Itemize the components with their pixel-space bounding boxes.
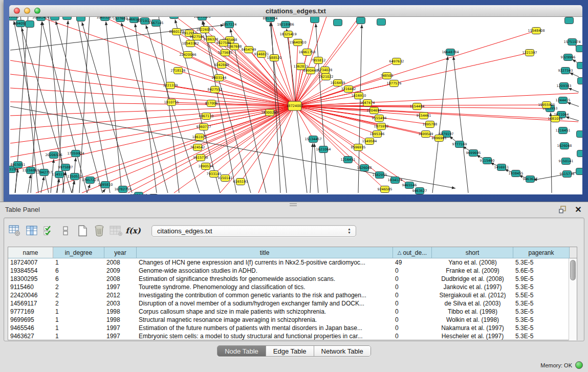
column-header-out_de[interactable]: △out_de... <box>393 247 432 258</box>
network-window-titlebar[interactable]: citations_edges.txt <box>9 5 582 17</box>
cell: Genome-wide association studies in ADHD. <box>137 267 393 275</box>
show-columns-button[interactable] <box>24 223 39 238</box>
graph-node[interactable] <box>334 19 342 26</box>
tab-network-table[interactable]: Network Table <box>314 346 371 356</box>
row-height-button[interactable] <box>58 223 73 238</box>
graph-edge[interactable] <box>90 106 295 180</box>
graph-node[interactable] <box>577 131 583 138</box>
graph-node-label: 22420046 <box>179 53 196 57</box>
cell: 1998 <box>104 308 137 316</box>
table-row[interactable]: 1872400712008Changes of HCN gene express… <box>8 258 577 267</box>
cell: 1 <box>53 258 104 267</box>
graph-edge[interactable] <box>128 106 295 193</box>
graph-edge[interactable] <box>295 106 430 124</box>
column-header-in_degree[interactable]: in_degree <box>53 247 104 258</box>
graph-node[interactable] <box>149 194 158 195</box>
graph-node[interactable] <box>576 46 583 52</box>
cell: 2012 <box>104 291 137 299</box>
graph-node-label: 915532 <box>9 17 19 19</box>
graph-edge[interactable] <box>295 106 313 139</box>
graph-edge[interactable] <box>310 143 313 193</box>
graph-node[interactable] <box>578 78 583 84</box>
graph-node-label: 6734028 <box>318 68 333 72</box>
edge-arrowhead <box>54 20 58 25</box>
graph-node-label: 11548408 <box>528 29 545 33</box>
graph-edge[interactable] <box>77 17 110 193</box>
network-table-select[interactable]: citations_edges.txt ▲▼ <box>151 225 356 237</box>
table-row[interactable]: 1830029562008Estimation of significance … <box>8 275 577 283</box>
table-row[interactable]: 946554611997Estimation of the future num… <box>8 324 577 332</box>
graph-edge[interactable] <box>79 17 90 193</box>
graph-edge[interactable] <box>295 93 578 106</box>
graph-node-label: 1621022 <box>319 75 334 79</box>
graph-node[interactable] <box>377 19 386 26</box>
column-header-short[interactable]: short <box>432 247 513 258</box>
panel-resize-handle[interactable] <box>290 203 297 206</box>
graph-edge[interactable] <box>82 106 295 193</box>
graph-edge[interactable] <box>10 106 295 129</box>
table-row[interactable]: 911546021997Tourette syndrome. Phenomeno… <box>8 283 577 291</box>
column-header-title[interactable]: title <box>137 247 393 258</box>
cell: 5.3E-5 <box>513 258 570 267</box>
graph-edge[interactable] <box>146 25 200 193</box>
cell: Nakamura et al. (1997) <box>432 324 513 332</box>
graph-node-label: 12923446 <box>130 193 147 194</box>
delete-table-button[interactable] <box>92 223 107 238</box>
graph-node-label: 1350513 <box>68 174 82 179</box>
graph-edge[interactable] <box>139 106 295 194</box>
cell: Embryonic stem cells: a model to study s… <box>137 332 393 340</box>
table-scrollbar-thumb[interactable] <box>570 260 576 280</box>
memory-status-icon[interactable] <box>575 361 583 369</box>
graph-node-label: 1034124 <box>388 178 403 182</box>
column-header-pagerank[interactable]: pagerank <box>513 247 570 258</box>
column-header-year[interactable]: year <box>104 247 137 258</box>
close-panel-icon[interactable]: ✕ <box>574 205 583 214</box>
table-panel-body: f(x) citations_edges.txt ▲▼ namein_degre… <box>4 217 584 341</box>
graph-node[interactable] <box>311 17 319 23</box>
graph-edge[interactable] <box>41 17 295 106</box>
graph-node-label: 1810755 <box>164 100 179 104</box>
graph-edge[interactable] <box>295 106 424 116</box>
tab-edge-table[interactable]: Edge Table <box>266 346 314 356</box>
graph-edge[interactable] <box>82 22 132 193</box>
graph-node-label: 9360717 <box>197 125 211 129</box>
table-row[interactable]: 2242004622012Investigating the contribut… <box>8 291 577 299</box>
tab-node-table[interactable]: Node Table <box>217 346 266 356</box>
graph-node[interactable] <box>77 17 85 21</box>
network-canvas[interactable]: 9155321940552069140610653287152760264661… <box>9 17 582 194</box>
graph-node-label: 9329966 <box>561 55 576 59</box>
graph-node[interactable] <box>577 150 583 157</box>
cell: 1 <box>53 332 104 340</box>
cell: 19384554 <box>8 267 53 275</box>
create-table-button[interactable] <box>75 223 90 238</box>
graph-node-label: 1081054 <box>548 117 563 121</box>
graph-node[interactable] <box>63 17 72 20</box>
function-builder-button[interactable]: f(x) <box>125 223 141 238</box>
graph-edge[interactable] <box>551 113 552 193</box>
graph-edge[interactable] <box>453 56 468 193</box>
table-settings-button[interactable] <box>7 223 23 238</box>
table-row[interactable]: 946362711997Embryonic stem cells: a mode… <box>8 332 577 340</box>
graph-node[interactable] <box>576 168 583 175</box>
select-all-columns-button[interactable] <box>41 223 56 238</box>
graph-node[interactable] <box>565 17 574 24</box>
graph-node-label: 17957223 <box>81 178 98 182</box>
table-row[interactable]: 1938455462009Genome-wide association stu… <box>8 267 577 275</box>
graph-node[interactable] <box>51 17 59 20</box>
table-scrollbar[interactable] <box>569 258 577 340</box>
float-panel-icon[interactable] <box>558 205 568 214</box>
graph-node[interactable] <box>357 17 365 24</box>
column-header-name[interactable]: name <box>8 247 53 258</box>
graph-node[interactable] <box>577 62 583 69</box>
table-row[interactable]: 977716911998Corpus callosum shape and si… <box>8 308 577 316</box>
graph-node-label: 9154461 <box>417 114 431 118</box>
table-row[interactable]: 969969511998Structural magnetic resonanc… <box>8 316 577 324</box>
graph-edge[interactable] <box>10 102 295 106</box>
graph-node-label: 1582955 <box>373 173 387 177</box>
cell: 1997 <box>104 324 137 332</box>
graph-edge[interactable] <box>106 21 122 193</box>
graph-node[interactable] <box>26 21 34 28</box>
graph-node-label: 1877516 <box>387 81 402 85</box>
graph-edge[interactable] <box>206 106 295 166</box>
table-row[interactable]: 1456911722003Disruption of a novel membe… <box>8 299 577 308</box>
